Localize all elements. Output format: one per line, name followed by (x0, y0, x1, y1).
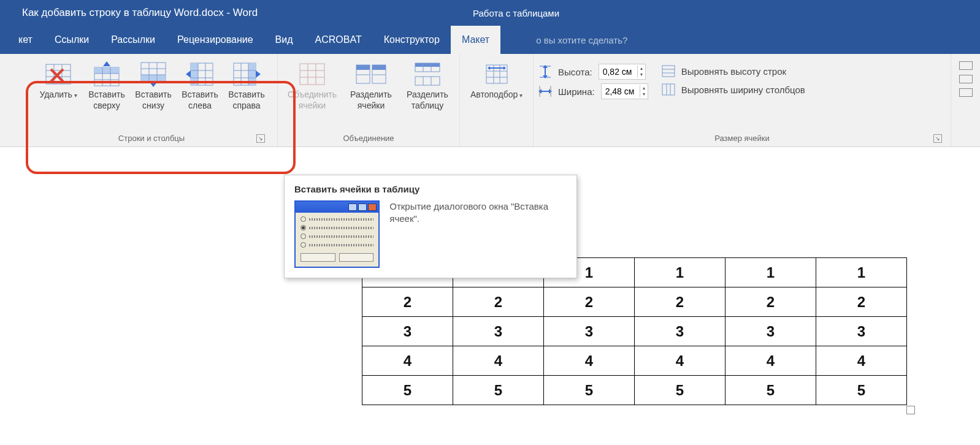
svg-rect-49 (415, 77, 440, 85)
group-label-rows-columns: Строки и столбцы ↘ (34, 131, 269, 146)
table-cell[interactable]: 5 (725, 376, 816, 405)
table-cell[interactable]: 4 (362, 346, 453, 376)
distribute-rows-label: Выровнять высоту строк (681, 66, 786, 77)
table-cell[interactable]: 3 (816, 317, 907, 346)
document-area[interactable]: 111111222222333333444444555555 (0, 257, 980, 445)
table-cell[interactable]: 2 (362, 287, 453, 317)
tab-table-design[interactable]: Конструктор (373, 26, 451, 54)
table-cell[interactable]: 2 (544, 287, 635, 317)
tab-acrobat[interactable]: ACROBAT (304, 26, 373, 54)
table-cell[interactable]: 3 (725, 317, 816, 346)
table-cell[interactable]: 4 (453, 346, 544, 376)
insert-above-l2: сверху (93, 101, 120, 110)
tab-mailings[interactable]: Рассылки (100, 26, 166, 54)
table-row[interactable]: 222222 (362, 287, 907, 317)
group-merge: Объединитьячейки Разделитьячейки Раздели… (278, 54, 460, 146)
table-cell[interactable]: 2 (816, 287, 907, 317)
split-table-button[interactable]: Разделитьтаблицу (400, 58, 454, 111)
table-cell[interactable]: 5 (544, 376, 635, 405)
svg-rect-23 (191, 63, 198, 85)
tab-review[interactable]: Рецензирование (166, 26, 264, 54)
table-cell[interactable]: 3 (362, 317, 453, 346)
table-cell[interactable]: 1 (725, 258, 816, 287)
distribute-rows-button[interactable]: Выровнять высоту строк (662, 65, 805, 77)
align-option-3[interactable] (959, 88, 973, 97)
svg-rect-75 (662, 84, 675, 95)
ribbon: Удалить Вставитьсверху Вставитьснизу Вст… (0, 54, 980, 147)
row-height-value[interactable] (599, 67, 637, 77)
tooltip-description: Открытие диалогового окна "Вставка ячеек… (389, 200, 567, 226)
table-cell[interactable]: 5 (362, 376, 453, 405)
table-cell[interactable]: 3 (544, 317, 635, 346)
document-title: Как добавить строку в таблицу Word.docx … (22, 7, 258, 19)
table-cell[interactable]: 4 (635, 346, 725, 376)
delete-button[interactable]: Удалить (34, 58, 82, 101)
table-cell[interactable]: 2 (635, 287, 725, 317)
svg-rect-16 (141, 75, 166, 81)
delete-label: Удалить (39, 89, 77, 101)
table-cell[interactable]: 5 (453, 376, 544, 405)
delete-table-icon (45, 60, 72, 88)
table-cell[interactable]: 4 (816, 346, 907, 376)
svg-marker-28 (186, 70, 191, 78)
tab-references[interactable]: Ссылки (44, 26, 100, 54)
svg-marker-60 (488, 66, 490, 70)
insert-row-below-icon (140, 60, 167, 88)
insert-column-left-icon (186, 60, 214, 88)
table-cell[interactable]: 2 (453, 287, 544, 317)
tab-partial[interactable]: кет (18, 26, 44, 54)
col-width-value[interactable] (602, 86, 640, 96)
height-label: Высота: (558, 67, 592, 77)
tooltip-insert-cells: Вставить ячейки в таблицу Открытие диало… (284, 175, 577, 278)
rows-columns-dialog-launcher[interactable]: ↘ (256, 134, 265, 143)
tab-table-layout[interactable]: Макет (451, 26, 500, 54)
ribbon-tabs: кет Ссылки Рассылки Рецензирование Вид A… (0, 26, 980, 54)
svg-rect-30 (248, 63, 256, 85)
insert-row-above-icon (93, 60, 120, 88)
tab-view[interactable]: Вид (264, 26, 304, 54)
table-cell[interactable]: 1 (635, 258, 725, 287)
table-cell[interactable]: 3 (635, 317, 725, 346)
insert-left-button[interactable]: Вставитьслева (178, 58, 222, 111)
table-row[interactable]: 555555 (362, 376, 907, 405)
group-autofit: Автоподбор (460, 54, 534, 146)
table-cell[interactable]: 4 (725, 346, 816, 376)
autofit-label: Автоподбор (470, 89, 523, 101)
width-spin-down[interactable]: ▾ (640, 91, 648, 97)
distribute-columns-button[interactable]: Выровнять ширину столбцов (662, 83, 805, 96)
table-cell[interactable]: 4 (544, 346, 635, 376)
align-option-2[interactable] (959, 75, 973, 83)
tell-me-search[interactable]: о вы хотите сделать? (525, 26, 638, 54)
row-height-input[interactable]: ▴▾ (599, 64, 646, 80)
table-resize-handle[interactable] (906, 406, 915, 414)
insert-below-button[interactable]: Вставитьснизу (131, 58, 175, 111)
table-cell[interactable]: 2 (725, 287, 816, 317)
table-row[interactable]: 444444 (362, 346, 907, 376)
svg-marker-61 (503, 66, 506, 70)
height-spin-down[interactable]: ▾ (638, 72, 645, 78)
insert-below-l2: снизу (142, 101, 164, 110)
table-cell[interactable]: 5 (816, 376, 907, 405)
table-cell[interactable]: 1 (816, 258, 907, 287)
height-spin-up[interactable]: ▴ (638, 66, 645, 72)
insert-right-l2: справа (232, 101, 260, 110)
cell-size-dialog-launcher[interactable]: ↘ (933, 134, 942, 143)
split-table-icon (414, 60, 441, 88)
table-cell[interactable]: 5 (635, 376, 725, 405)
split-cells-button[interactable]: Разделитьячейки (344, 58, 398, 111)
autofit-button[interactable]: Автоподбор (465, 58, 528, 101)
insert-above-button[interactable]: Вставитьсверху (85, 58, 129, 111)
col-width-input[interactable]: ▴▾ (601, 83, 648, 99)
width-spin-up[interactable]: ▴ (640, 85, 648, 91)
svg-rect-44 (372, 65, 386, 70)
table-cell[interactable]: 3 (453, 317, 544, 346)
document-table[interactable]: 111111222222333333444444555555 (362, 257, 907, 405)
table-row[interactable]: 333333 (362, 317, 907, 346)
tooltip-dialog-preview-icon (294, 200, 380, 268)
align-option-1[interactable] (959, 61, 973, 70)
row-height-icon (538, 65, 552, 78)
insert-right-button[interactable]: Вставитьсправа (224, 58, 269, 111)
svg-rect-43 (356, 65, 370, 70)
svg-rect-72 (662, 66, 675, 77)
distribute-rows-icon (662, 65, 675, 77)
